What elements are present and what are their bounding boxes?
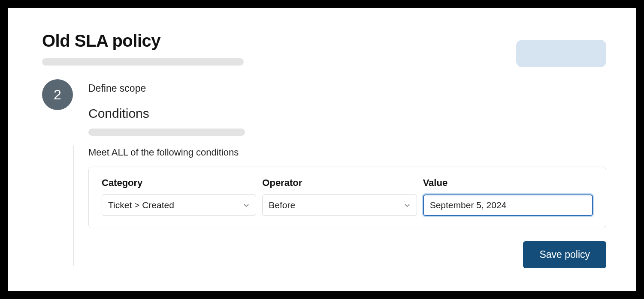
step-connector-line bbox=[73, 146, 74, 266]
header-row: Old SLA policy bbox=[42, 31, 606, 67]
value-input[interactable]: September 5, 2024 bbox=[423, 194, 593, 216]
step-section: 2 Define scope Conditions Meet ALL of th… bbox=[42, 79, 606, 268]
category-column: Category Ticket > Created bbox=[102, 177, 256, 216]
value-label: Value bbox=[423, 177, 593, 188]
condition-card: Category Ticket > Created Operator Befor… bbox=[88, 167, 606, 228]
step-number-badge: 2 bbox=[42, 79, 73, 110]
value-column: Value September 5, 2024 bbox=[423, 177, 593, 216]
step-label: Define scope bbox=[88, 83, 606, 94]
category-value: Ticket > Created bbox=[108, 200, 174, 210]
step-number: 2 bbox=[54, 87, 61, 103]
value-text: September 5, 2024 bbox=[430, 200, 507, 210]
category-label: Category bbox=[102, 177, 256, 188]
operator-value: Before bbox=[269, 200, 295, 210]
chevron-down-icon bbox=[404, 202, 411, 209]
chevron-down-icon bbox=[243, 202, 250, 209]
header-placeholder bbox=[42, 58, 244, 66]
sla-policy-editor: Old SLA policy 2 Define scope Conditions… bbox=[8, 8, 636, 291]
conditions-intro: Meet ALL of the following conditions bbox=[88, 147, 606, 158]
conditions-title: Conditions bbox=[88, 106, 606, 121]
save-policy-button[interactable]: Save policy bbox=[523, 241, 606, 268]
operator-label: Operator bbox=[262, 177, 417, 188]
operator-column: Operator Before bbox=[262, 177, 417, 216]
operator-select[interactable]: Before bbox=[262, 194, 417, 216]
page-title: Old SLA policy bbox=[42, 31, 244, 51]
category-select[interactable]: Ticket > Created bbox=[102, 194, 256, 216]
conditions-subtitle-placeholder bbox=[88, 129, 245, 136]
header-action-placeholder[interactable] bbox=[516, 40, 606, 67]
